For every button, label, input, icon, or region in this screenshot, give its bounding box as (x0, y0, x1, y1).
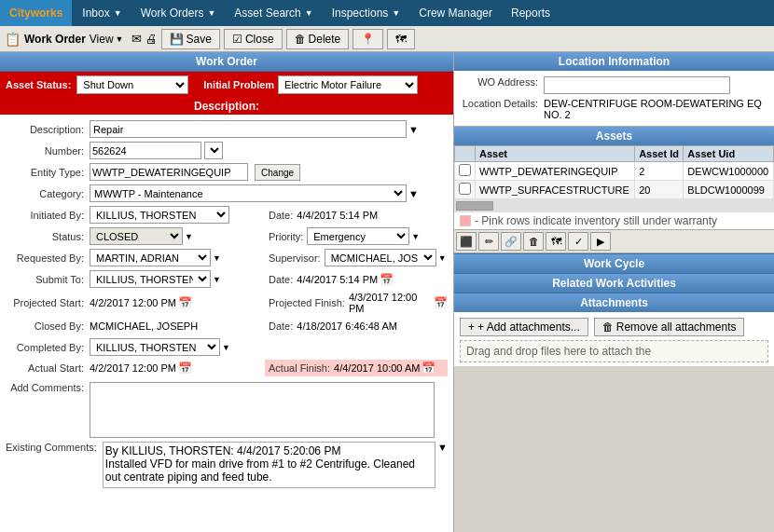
priority-expand-icon[interactable]: ▼ (411, 232, 420, 241)
view-arrow-icon: ▼ (116, 34, 124, 44)
row1-checkbox[interactable] (459, 164, 471, 176)
delete-icon: 🗑 (295, 33, 306, 46)
description-label: Description: (6, 124, 90, 135)
proj-finish-calendar-icon[interactable]: 📅 (434, 296, 448, 309)
description-expand-icon[interactable]: ▼ (408, 124, 419, 135)
sub-expand-icon[interactable]: ▼ (213, 275, 221, 284)
completed-by-select[interactable]: KILLIUS, THORSTEN (90, 338, 220, 356)
number-select[interactable] (204, 142, 223, 159)
category-select[interactable]: MWWTP - Maintenance (90, 184, 407, 202)
map-button[interactable]: 🗺 (387, 29, 415, 49)
actual-finish-calendar-icon[interactable]: 📅 (422, 361, 435, 375)
assets-tool-1[interactable]: ⬛ (456, 232, 477, 251)
right-panel: Location Information WO Address: Locatio… (454, 52, 774, 532)
comments-scroll-icon[interactable]: ▼ (437, 442, 448, 453)
save-button[interactable]: 💾 Save (161, 29, 220, 49)
assets-tool-view[interactable]: 🗺 (546, 232, 566, 251)
add-comments-input[interactable] (90, 382, 435, 438)
closed-by-label: Closed By: (6, 321, 90, 332)
col-asset-id: Asset Id (635, 146, 684, 162)
assets-tool-check[interactable]: ✓ (568, 232, 588, 251)
delete-button[interactable]: 🗑 Delete (286, 29, 350, 49)
remove-attachments-button[interactable]: 🗑 Remove all attachments (594, 318, 745, 336)
submit-to-select[interactable]: KILLIUS, THORSTEN (90, 270, 211, 288)
horizontal-scrollbar[interactable] (454, 199, 774, 212)
description-input[interactable] (90, 120, 407, 138)
initial-problem-label: Initial Problem (203, 79, 274, 90)
initiated-by-label: Initiated By: (6, 210, 90, 221)
warranty-color-indicator (460, 215, 471, 226)
initial-problem-select[interactable]: Electric Motor Failure (278, 75, 418, 94)
date2-calendar-icon[interactable]: 📅 (380, 273, 394, 286)
comp-expand-icon[interactable]: ▼ (222, 343, 230, 352)
number-label: Number: (6, 145, 90, 157)
status-left: CLOSED ▼ (90, 227, 269, 245)
submit-date-right: Date: 4/4/2017 5:14 PM 📅 (269, 270, 448, 288)
proj-two-col: 4/2/2017 12:00 PM 📅 Projected Finish: 4/… (90, 292, 448, 314)
submit-to-label: Submit To: (6, 274, 90, 285)
assets-tool-delete[interactable]: 🗑 (523, 232, 544, 251)
location-details-label: Location Details: (460, 98, 544, 109)
assets-tool-link[interactable]: 🔗 (501, 232, 521, 251)
scroll-thumb[interactable] (456, 201, 493, 211)
inbox-arrow-icon: ▼ (114, 8, 122, 18)
toolbar: 📋 Work Order View ▼ ✉ 🖨 💾 Save ☑ Close 🗑… (0, 26, 774, 52)
sup-expand-icon[interactable]: ▼ (438, 253, 447, 263)
status-select[interactable]: CLOSED (90, 227, 183, 245)
attachments-header[interactable]: Attachments (454, 293, 774, 312)
app-logo: Cityworks (0, 0, 73, 26)
inspections-arrow-icon: ▼ (392, 8, 400, 18)
location-details-value: DEW-CENTRIFUGE ROOM-DEWATERING EQ NO. 2 (544, 98, 768, 120)
nav-inspections[interactable]: Inspections ▼ (323, 0, 410, 26)
initiated-by-select[interactable]: KILLIUS, THORSTEN (90, 206, 229, 224)
category-label: Category: (6, 188, 90, 199)
assets-tool-more[interactable]: ▶ (590, 232, 611, 251)
location-button[interactable]: 📍 (352, 29, 383, 49)
priority-select[interactable]: Emergency (307, 227, 409, 245)
status-expand-icon[interactable]: ▼ (185, 232, 193, 241)
projected-start-row: Projected Start: 4/2/2017 12:00 PM 📅 Pro… (0, 290, 453, 316)
nav-reports[interactable]: Reports (502, 0, 560, 26)
number-input[interactable] (90, 142, 201, 159)
requested-by-left: MARTIN, ADRIAN ▼ (90, 249, 269, 266)
wo-label: Work Order (24, 33, 86, 46)
attachment-drop-zone[interactable]: Drag and drop files here to attach the (460, 340, 768, 362)
nav-work-orders[interactable]: Work Orders ▼ (131, 0, 226, 26)
completed-by-row: Completed By: KILLIUS, THORSTEN ▼ (0, 336, 453, 358)
related-work-activities-header[interactable]: Related Work Activities (454, 273, 774, 293)
add-attachments-button[interactable]: + + Add attachments... (460, 318, 588, 336)
req-expand-icon[interactable]: ▼ (213, 253, 221, 263)
assets-header: Assets (454, 127, 774, 145)
number-row: Number: (0, 140, 453, 161)
wo-address-input[interactable] (544, 76, 730, 94)
completed-by-label: Completed By: (6, 342, 90, 353)
supervisor-select[interactable]: MCMICHAEL, JOSEPH (325, 249, 436, 266)
initiated-by-two-col: KILLIUS, THORSTEN Date: 4/4/2017 5:14 PM (90, 206, 448, 224)
proj-start-calendar-icon[interactable]: 📅 (178, 296, 192, 309)
row2-checkbox[interactable] (459, 183, 471, 195)
print-icon[interactable]: 🖨 (145, 32, 158, 46)
initiated-by-left: KILLIUS, THORSTEN (90, 206, 269, 224)
entity-type-input[interactable] (90, 163, 248, 181)
category-row: Category: MWWTP - Maintenance ▼ (0, 183, 453, 204)
actual-finish-right: Actual Finish: 4/4/2017 10:00 AM 📅 (265, 360, 448, 376)
work-cycle-header[interactable]: Work Cycle (454, 253, 774, 273)
nav-crew-manager[interactable]: Crew Manager (409, 0, 502, 26)
view-dropdown[interactable]: View ▼ (90, 33, 124, 46)
description-required-row: Description: (0, 98, 453, 115)
requested-by-select[interactable]: MARTIN, ADRIAN (90, 249, 211, 266)
category-expand-icon[interactable]: ▼ (408, 188, 419, 199)
closed-date-right: Date: 4/18/2017 6:46:48 AM (269, 321, 448, 332)
nav-inbox[interactable]: Inbox ▼ (73, 0, 131, 26)
nav-asset-search[interactable]: Asset Search ▼ (225, 0, 322, 26)
email-icon[interactable]: ✉ (131, 32, 142, 46)
change-button[interactable]: Change (255, 164, 300, 181)
save-icon: 💾 (170, 33, 184, 46)
warranty-note: - Pink rows indicate inventory still und… (454, 212, 774, 229)
assets-tool-edit[interactable]: ✏ (478, 232, 499, 251)
asset-status-select[interactable]: Shut Down (76, 75, 188, 94)
actual-start-row: Actual Start: 4/2/2017 12:00 PM 📅 Actual… (0, 358, 453, 378)
actual-start-calendar-icon[interactable]: 📅 (178, 361, 192, 375)
work-order-icon: 📋 (5, 32, 21, 47)
close-button[interactable]: ☑ Close (224, 29, 283, 49)
